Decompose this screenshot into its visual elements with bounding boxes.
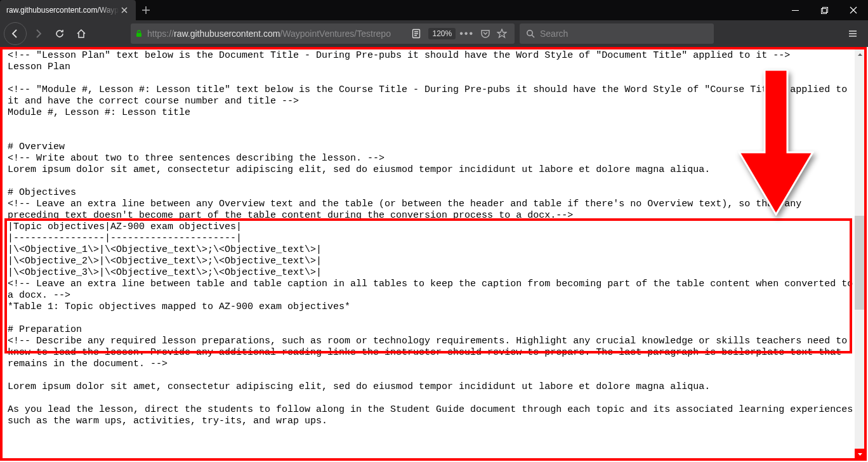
search-placeholder: Search xyxy=(540,29,568,39)
tab-strip: raw.githubusercontent.com/Wayp xyxy=(0,0,156,20)
text-line: <!-- Write about two to three sentences … xyxy=(8,153,385,164)
text-line: |\<Objective_1\>|\<Objective_text\>;\<Ob… xyxy=(8,244,322,255)
text-line: Lorem ipsum dolor sit amet, consectetur … xyxy=(8,381,710,392)
text-line: <!-- "Module #, Lesson #: Lesson title" … xyxy=(8,84,853,107)
text-line: |\<Objective_2\>|\<Objective_text\>;\<Ob… xyxy=(8,256,322,267)
vertical-scrollbar[interactable] xyxy=(855,50,865,459)
new-tab-button[interactable] xyxy=(136,0,156,20)
text-line: |Topic objectives|AZ-900 exam objectives… xyxy=(8,221,242,232)
text-line: # Preparation xyxy=(8,324,82,335)
more-icon[interactable]: ••• xyxy=(459,28,474,39)
close-window-button[interactable] xyxy=(839,0,868,20)
tab-title: raw.githubusercontent.com/Wayp xyxy=(6,6,119,15)
browser-tab[interactable]: raw.githubusercontent.com/Wayp xyxy=(0,0,136,20)
window-titlebar: raw.githubusercontent.com/Wayp xyxy=(0,0,868,20)
scroll-thumb[interactable] xyxy=(855,216,865,310)
text-line: # Overview xyxy=(8,142,65,152)
zoom-badge[interactable]: 120% xyxy=(428,28,456,39)
minimize-button[interactable] xyxy=(780,0,810,20)
url-path: /WaypointVentures/Testrepo xyxy=(280,29,391,39)
search-bar[interactable]: Search xyxy=(520,23,714,44)
window-controls xyxy=(780,0,868,20)
url-prefix: https:// xyxy=(147,29,174,39)
svg-rect-2 xyxy=(136,33,141,37)
svg-point-4 xyxy=(527,30,532,36)
lock-icon xyxy=(135,29,143,38)
forward-button[interactable] xyxy=(28,23,48,44)
search-icon xyxy=(526,29,535,38)
reload-button[interactable] xyxy=(49,23,70,44)
text-line: *Table 1: Topic objectives mapped to AZ-… xyxy=(8,301,350,312)
text-line: |\<Objective_3\>|\<Objective_text\>;\<Ob… xyxy=(8,267,322,278)
text-line: Lorem ipsum dolor sit amet, consectetur … xyxy=(8,164,710,175)
text-line: As you lead the lesson, direct the stude… xyxy=(8,404,858,426)
scroll-up-icon[interactable] xyxy=(855,50,865,60)
page-content: <!-- "Lesson Plan" text below is the Doc… xyxy=(8,50,854,427)
browser-toolbar: https://raw.githubusercontent.com/Waypoi… xyxy=(0,20,868,47)
svg-rect-0 xyxy=(821,8,826,13)
svg-rect-1 xyxy=(822,7,827,12)
url-bar[interactable]: https://raw.githubusercontent.com/Waypoi… xyxy=(131,23,515,44)
page-viewport: <!-- "Lesson Plan" text below is the Doc… xyxy=(0,47,868,462)
text-line: Module #, Lesson #: Lesson title xyxy=(8,107,190,118)
bookmark-star-icon[interactable] xyxy=(497,29,507,39)
text-line: # Objectives xyxy=(8,187,76,198)
text-line: |----------------|----------------------… xyxy=(8,233,242,244)
text-line: <!-- Leave an extra line between any Ove… xyxy=(8,199,807,221)
home-button[interactable] xyxy=(71,23,91,44)
scroll-down-icon[interactable] xyxy=(855,449,865,459)
text-line: <!-- Leave an extra line between table a… xyxy=(8,279,858,301)
app-menu-button[interactable] xyxy=(841,23,864,44)
reader-mode-icon[interactable] xyxy=(410,29,423,39)
maximize-button[interactable] xyxy=(810,0,839,20)
text-line: <!-- Describe any required lesson prepar… xyxy=(8,336,853,369)
annotation-arrow-icon xyxy=(738,70,814,216)
close-tab-icon[interactable] xyxy=(119,5,129,15)
url-domain: raw.githubusercontent.com xyxy=(174,29,280,39)
back-button[interactable] xyxy=(4,22,27,45)
url-text: https://raw.githubusercontent.com/Waypoi… xyxy=(147,29,406,39)
text-line: <!-- "Lesson Plan" text below is the Doc… xyxy=(8,50,790,61)
text-line: Lesson Plan xyxy=(8,62,70,72)
pocket-icon[interactable] xyxy=(480,29,490,39)
